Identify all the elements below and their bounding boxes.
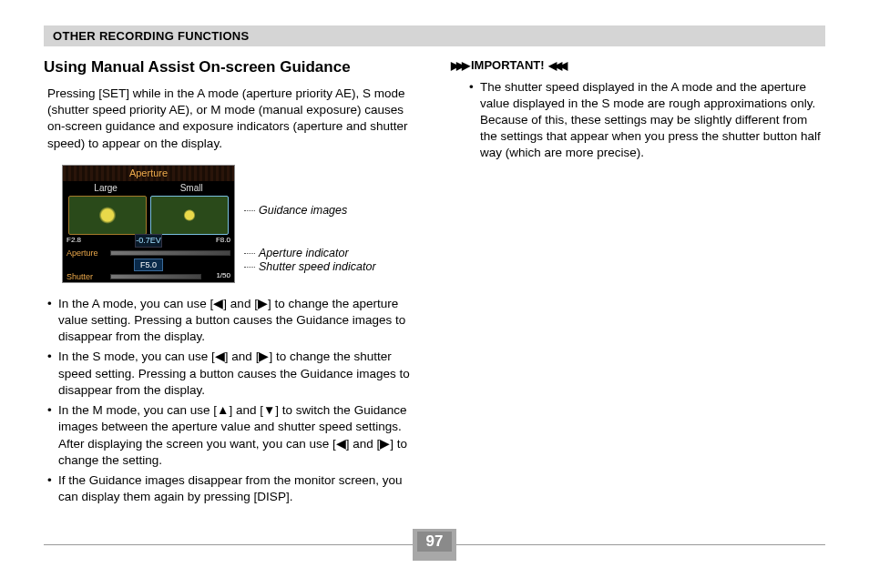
lcd-ev-row: F2.8 -0.7EV F8.0 [63,235,234,248]
left-column: Using Manual Assist On-screen Guidance P… [44,57,418,509]
leader-line-icon [244,253,255,254]
intro-paragraph: Pressing [SET] while in the A mode (aper… [44,86,418,152]
leader-line-icon [244,267,255,268]
lcd-label-small: Small [180,182,203,195]
section-header-text: OTHER RECORDING FUNCTIONS [53,29,250,43]
chevrons-left-icon [548,58,565,73]
lcd-shutter-value: 1/50 [205,271,230,281]
lcd-aperture-track [110,250,230,256]
important-item-1: The shutter speed displayed in the A mod… [469,79,825,162]
bullet-a-mode: In the A mode, you can use [◀] and [▶] t… [47,296,418,346]
chevrons-right-icon [451,58,467,73]
leader-line-icon [244,210,255,211]
lcd-size-labels: Large Small [63,181,234,197]
callout-shutter-text: Shutter speed indicator [259,259,376,275]
right-column: IMPORTANT! The shutter speed displayed i… [451,57,825,509]
page-number: 97 [417,532,453,552]
page-footer: 97 [44,529,825,561]
lcd-aperture-row: Aperture [63,248,234,259]
lcd-shutter-label: Shutter [66,271,107,282]
lcd-figure: Aperture Large Small F2.8 -0.7EV F8.0 Ap… [62,165,418,283]
two-column-layout: Using Manual Assist On-screen Guidance P… [44,57,825,509]
lcd-small-aperture-image [150,196,229,234]
lcd-guidance-images [63,196,234,234]
callout-guidance-text: Guidance images [259,203,347,218]
lcd-right-f: F8.0 [205,236,230,246]
lcd-aperture-label: Aperture [66,248,107,259]
bullet-m-mode: In the M mode, you can use [▲] and [▼] t… [47,402,418,469]
section-header-bar: OTHER RECORDING FUNCTIONS [44,25,825,46]
important-label: IMPORTANT! [471,57,545,74]
figure-callouts: Guidance images Aperture indicator Shutt… [244,165,399,283]
lcd-aperture-value-row: F5.0 [63,259,234,271]
lcd-shutter-track [110,274,201,279]
important-heading: IMPORTANT! [451,57,825,74]
important-list: The shutter speed displayed in the A mod… [451,79,825,162]
footer-rule-left [44,544,413,545]
topic-title: Using Manual Assist On-screen Guidance [44,57,418,78]
lcd-aperture-value: F5.0 [134,259,163,271]
lcd-title: Aperture [63,166,234,181]
callout-guidance: Guidance images [244,203,399,218]
footer-rule-right [456,544,825,545]
lcd-large-aperture-image [68,196,147,234]
bullet-s-mode: In the S mode, you can use [◀] and [▶] t… [47,349,418,399]
mode-instructions-list: In the A mode, you can use [◀] and [▶] t… [44,296,418,506]
bullet-disp: If the Guidance images disappear from th… [47,472,418,505]
lcd-label-large: Large [94,182,118,195]
lcd-ev-value: -0.7EV [135,234,162,247]
callout-shutter: Shutter speed indicator [244,259,399,275]
page-number-box: 97 [413,529,456,561]
lcd-screenshot: Aperture Large Small F2.8 -0.7EV F8.0 Ap… [62,165,235,283]
lcd-left-f: F2.8 [66,236,92,246]
lcd-shutter-row: Shutter 1/50 [63,271,234,282]
